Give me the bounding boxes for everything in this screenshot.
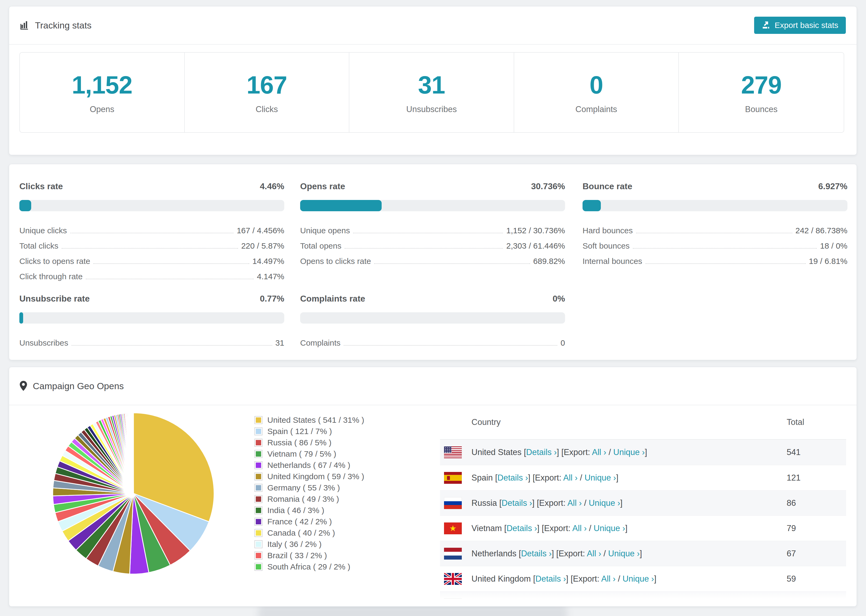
export-all-link[interactable]: All › [567, 498, 582, 508]
rate-value: 0% [553, 294, 565, 304]
details-link[interactable]: Details › [506, 523, 537, 533]
dotted-leader [646, 263, 806, 264]
legend-swatch [254, 416, 263, 424]
legend-label: Spain ( 121 / 7% ) [267, 427, 332, 436]
legend-swatch [254, 450, 263, 458]
tracking-stats-header: Tracking stats Export basic stats [9, 6, 857, 45]
country-name: Spain [471, 473, 493, 482]
export-all-link[interactable]: All › [592, 448, 606, 457]
stat-value: 1,152 [72, 71, 132, 99]
export-all-link[interactable]: All › [572, 523, 587, 533]
geo-total-cell: 541 [787, 448, 846, 457]
legend-item[interactable]: Vietnam ( 79 / 5% ) [254, 448, 364, 460]
legend-item[interactable]: Brazil ( 33 / 2% ) [254, 550, 364, 561]
dotted-leader [345, 248, 503, 248]
export-icon [762, 21, 770, 30]
legend-item[interactable]: Canada ( 40 / 2% ) [254, 527, 364, 539]
export-unique-link[interactable]: Unique › [613, 448, 645, 457]
export-unique-link[interactable]: Unique › [584, 473, 616, 482]
export-unique-link[interactable]: Unique › [594, 523, 625, 533]
export-unique-link[interactable]: Unique › [589, 498, 620, 508]
rate-block-opens-rate: Opens rate30.736%Unique opens1,152 / 30.… [300, 181, 565, 266]
dotted-leader [93, 263, 249, 264]
legend-swatch [254, 506, 263, 514]
export-unique-link[interactable]: Unique › [608, 549, 639, 558]
rate-progress-fill [19, 200, 31, 211]
rate-block-unsubscribe-rate: Unsubscribe rate0.77%Unsubscribes31 [19, 294, 284, 347]
country-name: Vietnam [471, 523, 502, 533]
rate-title: Complaints rate [300, 294, 365, 304]
legend-swatch [254, 552, 263, 559]
legend-item[interactable]: India ( 46 / 3% ) [254, 505, 364, 516]
legend-item[interactable]: Germany ( 55 / 3% ) [254, 482, 364, 493]
export-all-link[interactable]: All › [587, 549, 601, 558]
tracking-stats-card: Tracking stats Export basic stats 1,152O… [9, 6, 857, 155]
rate-detail-value: 220 / 5.87% [241, 241, 284, 250]
legend-swatch [254, 540, 263, 548]
export-prefix: [Export: [532, 473, 563, 482]
details-link[interactable]: Details › [526, 448, 557, 457]
geo-country-cell: Germany [Details ›] [Export: All › / Uni… [444, 598, 787, 607]
legend-swatch [254, 518, 263, 526]
dotted-leader [374, 263, 530, 264]
rate-detail-label: Total clicks [19, 241, 58, 250]
legend-item[interactable]: United Kingdom ( 59 / 3% ) [254, 471, 364, 482]
legend-item[interactable]: Spain ( 121 / 7% ) [254, 426, 364, 437]
export-all-link[interactable]: All › [563, 473, 578, 482]
stat-value: 167 [247, 71, 287, 99]
rate-detail-label: Complaints [300, 338, 340, 347]
geo-country-text: Vietnam [Details ›] [Export: All › / Uni… [471, 523, 627, 533]
geo-country-text: United States [Details ›] [Export: All ›… [471, 448, 647, 457]
legend-item[interactable]: Italy ( 36 / 2% ) [254, 539, 364, 550]
rate-value: 30.736% [531, 181, 565, 191]
export-basic-stats-button[interactable]: Export basic stats [754, 17, 846, 34]
rate-block-clicks-rate: Clicks rate4.46%Unique clicks167 / 4.456… [19, 181, 284, 281]
export-unique-link[interactable]: Unique › [598, 599, 629, 607]
export-unique-link[interactable]: Unique › [623, 574, 654, 583]
stat-cell-clicks: 167Clicks [185, 53, 350, 132]
flag-es [444, 472, 462, 484]
legend-swatch [254, 427, 263, 435]
details-link[interactable]: Details › [510, 599, 541, 607]
export-all-link[interactable]: All › [576, 599, 590, 607]
export-all-link[interactable]: All › [601, 574, 615, 583]
geo-table-row-ru: Russia [Details ›] [Export: All › / Uniq… [440, 490, 846, 515]
details-link[interactable]: Details › [498, 473, 528, 482]
export-basic-stats-label: Export basic stats [775, 21, 838, 30]
pie-slice[interactable] [133, 413, 134, 493]
rate-detail-row: Soft bounces18 / 0% [583, 235, 847, 250]
legend-item[interactable]: United States ( 541 / 31% ) [254, 415, 364, 426]
legend-item[interactable]: Russia ( 86 / 5% ) [254, 437, 364, 448]
legend-swatch [254, 484, 263, 492]
legend-label: United Kingdom ( 59 / 3% ) [267, 472, 364, 481]
details-link[interactable]: Details › [502, 498, 532, 508]
geo-table-row-vn: ★Vietnam [Details ›] [Export: All › / Un… [440, 515, 846, 541]
flag-gb [444, 573, 462, 585]
legend-label: South Africa ( 29 / 2% ) [267, 562, 350, 571]
geo-country-text: Germany [Details ›] [Export: All › / Uni… [471, 599, 631, 607]
legend-item[interactable]: Netherlands ( 67 / 4% ) [254, 460, 364, 471]
rate-block-complaints-rate: Complaints rate0%Complaints0 [300, 294, 565, 347]
rate-progress-track [19, 312, 284, 324]
export-prefix: [Export: [537, 498, 567, 508]
rate-detail-value: 167 / 4.456% [237, 226, 284, 235]
rate-progress-track [300, 312, 565, 324]
geo-country-cell: Netherlands [Details ›] [Export: All › /… [444, 548, 787, 559]
dotted-leader [636, 233, 792, 233]
rate-progress-fill [300, 200, 382, 211]
rate-detail-label: Unique clicks [19, 226, 67, 235]
legend-item[interactable]: Romania ( 49 / 3% ) [254, 493, 364, 505]
map-pin-icon [19, 380, 27, 391]
rate-detail-row: Complaints0 [300, 332, 565, 347]
geo-country-cell: Russia [Details ›] [Export: All › / Uniq… [444, 497, 787, 509]
details-link[interactable]: Details › [521, 549, 552, 558]
details-link[interactable]: Details › [535, 574, 566, 583]
rate-detail-label: Hard bounces [583, 226, 633, 235]
legend-item[interactable]: France ( 42 / 2% ) [254, 516, 364, 527]
dotted-leader [70, 233, 233, 233]
country-name: Russia [471, 498, 497, 508]
dotted-leader [61, 248, 238, 248]
rate-detail-value: 18 / 0% [820, 241, 847, 250]
rate-detail-value: 31 [276, 338, 284, 347]
legend-item[interactable]: South Africa ( 29 / 2% ) [254, 561, 364, 572]
